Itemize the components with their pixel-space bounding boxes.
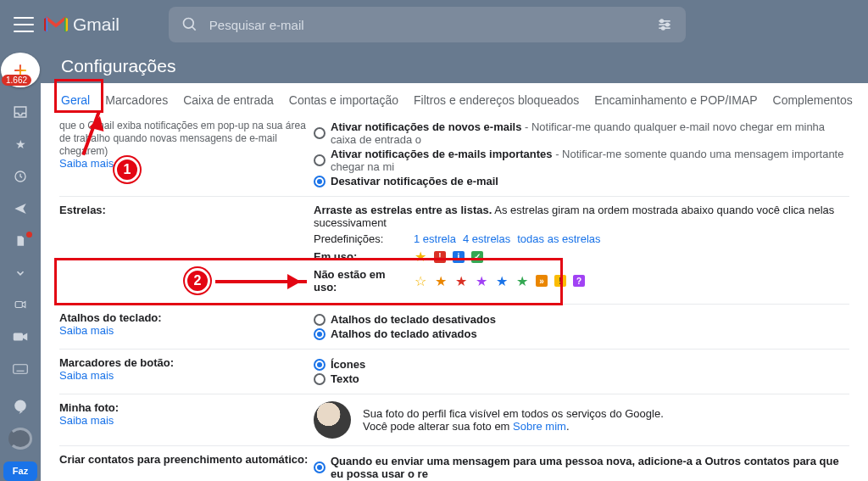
svg-point-0 — [183, 19, 193, 29]
star-green-icon[interactable]: ★ — [515, 273, 529, 289]
markers-opt-text[interactable]: Texto — [314, 372, 849, 385]
inbox-count-badge: 1.662 — [2, 75, 31, 86]
button-markers-learn-link[interactable]: Saiba mais — [59, 369, 114, 382]
hangouts-icon[interactable] — [12, 399, 29, 414]
svg-rect-10 — [14, 333, 23, 341]
tab-encaminhamento[interactable]: Encaminhamento e POP/IMAP — [593, 92, 759, 109]
settings-body: que o Gmail exiba notificações em pop-up… — [41, 112, 868, 481]
row-stars: Estrelas: Arraste as estrelas entre as l… — [59, 196, 849, 304]
drafts-icon[interactable] — [12, 233, 29, 249]
notif-opt-off[interactable]: Desativar notificações de e-mail — [314, 175, 849, 187]
settings-tabs: Geral Marcadores Caixa de entrada Contas… — [41, 83, 868, 112]
row-notifications: que o Gmail exiba notificações em pop-up… — [59, 112, 849, 196]
keyboard-icon[interactable] — [12, 361, 29, 377]
svg-point-7 — [662, 27, 665, 30]
sent-icon[interactable] — [12, 201, 29, 216]
row-my-photo: Minha foto: Saiba mais Sua foto do perfi… — [59, 394, 849, 445]
meet-icon[interactable] — [12, 297, 29, 312]
radio-icon — [314, 359, 326, 371]
search-input[interactable] — [209, 18, 645, 32]
row-keyboard-shortcuts: Atalhos do teclado: Saiba mais Atalhos d… — [59, 304, 849, 349]
tab-contas[interactable]: Contas e importação — [287, 92, 400, 109]
auto-contacts-label: Criar contatos para preenchimento automá… — [59, 453, 308, 466]
radio-icon — [314, 314, 326, 326]
gmail-m-icon — [44, 15, 68, 34]
star-yellow-icon[interactable]: ★ — [414, 249, 427, 265]
photo-learn-link[interactable]: Saiba mais — [59, 414, 114, 427]
stars-notused-label: Não estão em uso: — [314, 268, 407, 294]
preset-4-link[interactable]: 4 estrelas — [463, 232, 510, 245]
star-orange-icon[interactable]: ★ — [434, 273, 448, 289]
bottom-pill[interactable]: Faz — [3, 461, 37, 481]
search-options-icon[interactable] — [655, 15, 674, 34]
tab-geral[interactable]: Geral — [59, 92, 92, 109]
photo-desc1: Sua foto do perfil fica visível em todos… — [363, 407, 664, 420]
tab-marcadores[interactable]: Marcadores — [103, 92, 170, 109]
photo-label: Minha foto: — [59, 401, 119, 414]
row-button-markers: Marcadores de botão: Saiba mais Ícones T… — [59, 349, 849, 394]
square-red-exclaim-icon[interactable]: ! — [434, 251, 446, 263]
annotation-step-2: 2 — [185, 268, 210, 294]
notif-opt-new[interactable]: Ativar notificações de novos e-mails - N… — [314, 120, 849, 146]
radio-icon — [314, 461, 326, 473]
shortcuts-opt-off[interactable]: Atalhos do teclado desativados — [314, 313, 849, 326]
markers-opt-icons[interactable]: Ícones — [314, 358, 849, 371]
radio-icon — [314, 328, 326, 340]
stars-drag-bold: Arraste as estrelas entre as listas. — [314, 204, 492, 216]
radio-icon — [314, 154, 326, 166]
radio-icon — [314, 176, 326, 187]
chevron-down-icon[interactable] — [12, 266, 29, 281]
settings-content: Geral Marcadores Caixa de entrada Contas… — [41, 83, 868, 481]
square-orange-arrows-icon[interactable]: » — [536, 275, 548, 287]
about-me-link[interactable]: Sobre mim — [513, 420, 566, 433]
radio-icon — [314, 373, 326, 385]
svg-rect-11 — [14, 365, 28, 374]
svg-point-5 — [660, 20, 663, 22]
square-purple-question-icon[interactable]: ? — [573, 275, 585, 287]
tab-caixa-entrada[interactable]: Caixa de entrada — [181, 92, 275, 109]
star-yellow2-icon[interactable]: ☆ — [414, 273, 427, 289]
stars-label: Estrelas: — [59, 204, 106, 216]
star-icon[interactable]: ★ — [12, 137, 29, 152]
shortcuts-label: Atalhos do teclado: — [59, 311, 162, 324]
svg-point-6 — [666, 23, 669, 25]
preset-1-link[interactable]: 1 estrela — [414, 232, 456, 245]
svg-line-1 — [192, 27, 195, 31]
clock-icon[interactable] — [12, 169, 29, 184]
svg-rect-9 — [15, 302, 22, 308]
stars-inuse-label: Em uso: — [314, 250, 407, 263]
video-icon[interactable] — [12, 329, 29, 344]
annotation-step-1: 1 — [114, 157, 140, 182]
search-container — [169, 7, 686, 42]
shortcuts-opt-on[interactable]: Atalhos do teclado ativados — [314, 327, 849, 340]
radio-icon — [314, 127, 326, 139]
star-red-icon[interactable]: ★ — [454, 273, 468, 289]
preset-all-link[interactable]: todas as estrelas — [517, 232, 600, 245]
user-avatar-small[interactable] — [8, 428, 32, 450]
auto-contacts-opt1[interactable]: Quando eu enviar uma mensagem para uma p… — [314, 455, 849, 480]
photo-desc2: Você pode alterar sua foto em — [363, 420, 513, 433]
tab-complementos[interactable]: Complementos — [771, 92, 854, 109]
tab-filtros[interactable]: Filtros e endereços bloqueados — [412, 92, 581, 109]
search-bar[interactable] — [169, 7, 686, 42]
button-markers-label: Marcadores de botão: — [59, 356, 174, 369]
star-blue-icon[interactable]: ★ — [495, 273, 509, 289]
search-icon[interactable] — [181, 15, 199, 34]
square-green-check-icon[interactable]: ✓ — [471, 251, 483, 263]
notif-learn-link[interactable]: Saiba mais — [59, 157, 114, 170]
svg-point-15 — [14, 400, 26, 412]
app-header: Gmail — [0, 0, 868, 49]
notif-opt-important[interactable]: Ativar notificações de e-mails important… — [314, 148, 849, 173]
hamburger-menu-icon[interactable] — [14, 14, 34, 35]
app-name: Gmail — [73, 14, 120, 35]
square-blue-info-icon[interactable]: i — [453, 251, 465, 263]
row-auto-contacts: Criar contatos para preenchimento automá… — [59, 445, 849, 481]
square-yellow-exclaim-icon[interactable]: ! — [554, 275, 566, 287]
shortcuts-learn-link[interactable]: Saiba mais — [59, 324, 114, 337]
inbox-icon[interactable] — [12, 104, 29, 120]
stars-presets-label: Predefinições: — [314, 232, 407, 245]
star-purple-icon[interactable]: ★ — [475, 273, 488, 289]
profile-photo[interactable] — [314, 401, 351, 439]
gmail-logo[interactable]: Gmail — [44, 14, 120, 35]
left-rail: + 1.662 ★ Faz — [0, 49, 41, 481]
